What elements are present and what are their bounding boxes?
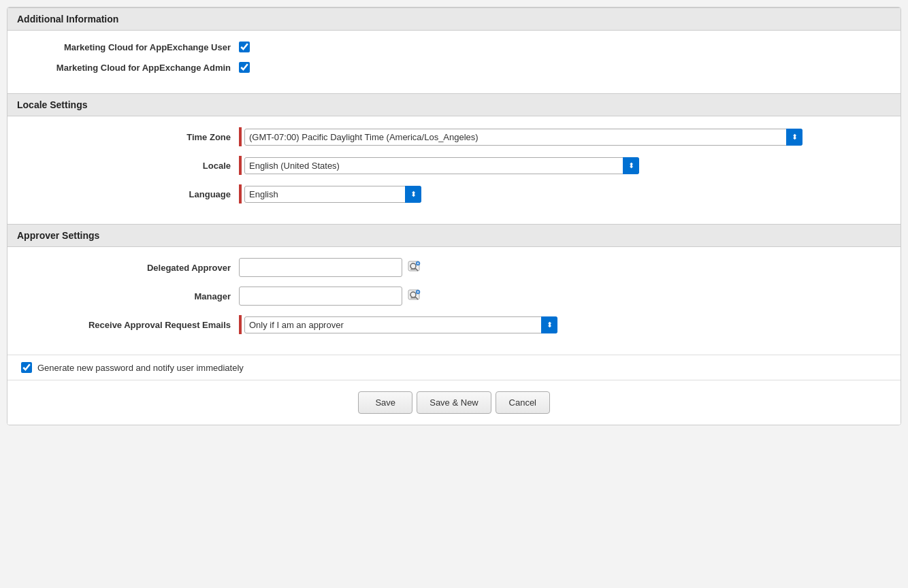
marketing-cloud-admin-label: Marketing Cloud for AppExchange Admin xyxy=(21,63,239,73)
save-new-button[interactable]: Save & New xyxy=(417,391,491,414)
time-zone-select[interactable]: (GMT-07:00) Pacific Daylight Time (Ameri… xyxy=(244,129,802,146)
generate-password-row: Generate new password and notify user im… xyxy=(7,355,901,380)
locale-select-wrapper: English (United States) xyxy=(244,157,639,174)
marketing-cloud-admin-field xyxy=(239,62,887,73)
delegated-approver-lookup-icon[interactable] xyxy=(406,259,423,276)
generate-password-checkbox[interactable] xyxy=(21,362,32,373)
language-select[interactable]: English xyxy=(244,186,421,203)
receive-approval-row: Receive Approval Request Emails Only if … xyxy=(21,315,887,334)
manager-row: Manager xyxy=(21,287,887,306)
marketing-cloud-user-field xyxy=(239,42,887,52)
marketing-cloud-user-row: Marketing Cloud for AppExchange User xyxy=(21,42,887,52)
approver-settings-title: Approver Settings xyxy=(17,230,891,241)
marketing-cloud-user-checkbox[interactable] xyxy=(239,42,250,52)
save-button[interactable]: Save xyxy=(358,391,412,414)
manager-lookup-icon[interactable] xyxy=(406,288,423,304)
language-label: Language xyxy=(21,189,239,199)
time-zone-field: (GMT-07:00) Pacific Daylight Time (Ameri… xyxy=(239,127,887,146)
marketing-cloud-admin-row: Marketing Cloud for AppExchange Admin xyxy=(21,62,887,73)
receive-approval-select[interactable]: Only if I am an approver Always Never xyxy=(244,316,557,333)
time-zone-select-wrapper: (GMT-07:00) Pacific Daylight Time (Ameri… xyxy=(244,129,802,146)
delegated-approver-field xyxy=(239,258,887,277)
time-zone-required-bar xyxy=(239,127,242,146)
language-field: English xyxy=(239,184,887,203)
cancel-button[interactable]: Cancel xyxy=(496,391,550,414)
page-container: Additional Information Marketing Cloud f… xyxy=(7,7,901,425)
additional-information-header: Additional Information xyxy=(7,7,901,31)
locale-settings-title: Locale Settings xyxy=(17,99,891,110)
marketing-cloud-user-label: Marketing Cloud for AppExchange User xyxy=(21,42,239,52)
language-row: Language English xyxy=(21,184,887,203)
manager-field xyxy=(239,287,887,306)
locale-settings-content: Time Zone (GMT-07:00) Pacific Daylight T… xyxy=(7,116,901,224)
receive-approval-label: Receive Approval Request Emails xyxy=(21,320,239,330)
locale-required-bar xyxy=(239,156,242,175)
locale-row: Locale English (United States) xyxy=(21,156,887,175)
locale-select[interactable]: English (United States) xyxy=(244,157,639,174)
marketing-cloud-admin-checkbox[interactable] xyxy=(239,62,250,73)
receive-approval-select-wrapper: Only if I am an approver Always Never xyxy=(244,316,557,333)
receive-approval-required-bar xyxy=(239,315,242,334)
language-required-bar xyxy=(239,184,242,203)
time-zone-label: Time Zone xyxy=(21,132,239,142)
generate-password-label: Generate new password and notify user im… xyxy=(37,363,244,373)
additional-information-content: Marketing Cloud for AppExchange User Mar… xyxy=(7,31,901,93)
manager-label: Manager xyxy=(21,291,239,301)
locale-field: English (United States) xyxy=(239,156,887,175)
delegated-approver-label: Delegated Approver xyxy=(21,263,239,273)
approver-settings-content: Delegated Approver Manag xyxy=(7,247,901,355)
approver-settings-header: Approver Settings xyxy=(7,224,901,247)
manager-input[interactable] xyxy=(239,287,402,306)
time-zone-row: Time Zone (GMT-07:00) Pacific Daylight T… xyxy=(21,127,887,146)
language-select-wrapper: English xyxy=(244,186,421,203)
additional-information-title: Additional Information xyxy=(17,14,891,24)
receive-approval-field: Only if I am an approver Always Never xyxy=(239,315,887,334)
svg-rect-3 xyxy=(410,269,416,270)
delegated-approver-row: Delegated Approver xyxy=(21,258,887,277)
footer-buttons: Save Save & New Cancel xyxy=(7,380,901,425)
delegated-approver-input[interactable] xyxy=(239,258,402,277)
locale-label: Locale xyxy=(21,161,239,171)
locale-settings-header: Locale Settings xyxy=(7,93,901,116)
svg-rect-10 xyxy=(410,297,416,299)
